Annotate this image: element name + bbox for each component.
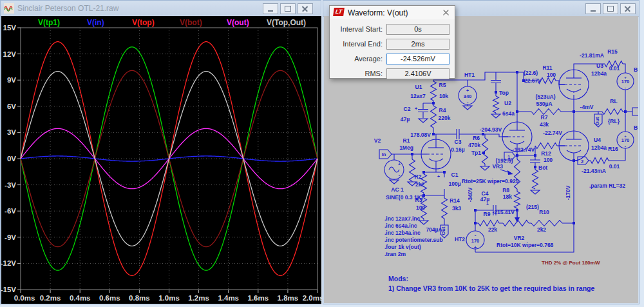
minimize-icon [268,10,273,12]
schematic-label: -21.43mA [582,168,606,174]
schematic-label: C2 [404,106,411,112]
schematic-label: 22k [488,226,497,233]
schematic-label: 1) Change VR3 from 10K to 25K to get the… [388,284,594,292]
dialog-titlebar[interactable]: LT Waveform: V(out) [330,6,455,19]
svg-text:0.0ms: 0.0ms [14,294,35,302]
waveform-window-icon [4,3,14,14]
schematic-label: In [382,152,386,157]
schematic-label: + [486,202,489,206]
junction [495,91,497,94]
junction [573,159,575,162]
schematic-label: -192.74V [513,146,535,153]
schematic-label: .tran 2m [384,251,406,257]
schematic-label: .inc 12b4a.inc [384,230,421,236]
interval-end-label: Interval End: [330,40,383,48]
svg-text:9V: 9V [7,76,16,84]
interval-start-field[interactable]: 0s [386,24,450,35]
schematic-label: 0.01 [609,163,620,170]
schematic-label: {RL} [608,118,620,124]
schematic-label: AC 1 [391,186,404,193]
window-title: Sinclair Peterson OTL-21.raw [17,4,118,13]
svg-text:1.6ms: 1.6ms [247,294,269,302]
minimize-button[interactable] [585,3,601,14]
schematic-label: U4 [594,137,601,143]
interval-end-field[interactable]: 2ms [386,39,450,50]
schematic-label: 10k [439,93,448,99]
svg-text:0.4ms: 0.4ms [70,294,91,302]
interval-start-label: Interval Start: [330,25,383,33]
rms-label: RMS: [330,70,383,77]
schematic-label: - [467,99,469,105]
junction [422,171,425,173]
close-button[interactable] [620,3,636,14]
schematic-label: B+2 [634,124,638,131]
schematic-label: 12b4a [591,144,607,151]
svg-text:12V: 12V [3,50,17,58]
schematic-label: 100 [547,72,556,78]
maximize-button[interactable] [603,3,618,14]
average-field[interactable]: -24.526mV [386,54,450,64]
svg-text:-3V: -3V [5,181,16,189]
waveform-statistics-dialog: LT Waveform: V(out) Interval Start: 0s I… [329,5,455,79]
schematic-label: R8 [502,187,509,193]
dialog-close-icon[interactable] [441,8,451,17]
schematic-label: Out [440,226,446,235]
schematic-label: R3 [415,197,422,203]
rms-field[interactable]: 2.4106V [386,68,450,79]
schematic-label: VR2 [514,235,525,241]
schematic-label: 530µA [536,101,552,107]
svg-text:0.2ms: 0.2ms [40,294,61,302]
schematic-label: Bot [538,164,547,171]
schematic-label: -21.81mA [580,52,604,59]
schematic-label: Rtot=25K wiper=0.925 [462,178,519,184]
schematic-label: 470k [468,142,480,148]
svg-text:-9V: -9V [5,233,16,241]
close-button[interactable] [298,3,313,14]
schematic-label: THD 2% @ Pout 180mW [542,260,600,266]
schematic-label: Rtot=10K wiper=0.768 [497,242,554,248]
dialog-title: Waveform: V(out) [348,8,408,17]
schematic-label: - [475,232,477,238]
legend-trace-label[interactable]: V(Top,Out) [267,18,306,27]
schematic-label: R9 [484,211,491,217]
schematic-label: -22.67V [522,77,542,84]
schematic-label: -204.93V [480,126,502,133]
legend-trace-label[interactable]: V(out) [227,18,249,27]
waveform-window-titlebar[interactable]: Sinclair Peterson OTL-21.raw [1,1,321,17]
schematic-label: 12ax7 [410,93,426,99]
junction [474,222,477,224]
schematic-label: .four 1k v(out) [384,244,421,250]
schematic-label: C1 [451,172,459,178]
schematic-label: 100 [416,204,425,211]
legend-trace-label[interactable]: V(bot) [180,18,202,27]
ltspice-logo-icon: LT [333,8,345,16]
svg-text:0.6ms: 0.6ms [99,294,120,302]
schematic-label: - [399,172,401,178]
schematic-label: -215.41V [493,209,515,215]
schematic-label: R15 [607,48,618,55]
junction [482,152,485,154]
maximize-button[interactable] [280,3,296,14]
schematic-label: -340V [467,187,473,202]
schematic-label: U3 [596,63,603,69]
schematic-label: 18k [503,193,512,200]
waveform-plot[interactable]: 15V12V9V6V3V0V-3V-6V-9V-12V-15V0.0ms0.2m… [1,16,321,304]
schematic-label: VR3 [492,163,503,170]
waveform-plot-pane[interactable]: 15V12V9V6V3V0V-3V-6V-9V-12V-15V0.0ms0.2m… [1,16,320,303]
schematic-label: 2k2 [415,181,424,188]
legend-trace-label[interactable]: V(in) [87,18,104,27]
schematic-label: R1 [403,137,410,144]
schematic-label: U1 [415,84,422,90]
waveform-viewer-window: Sinclair Peterson OTL-21.raw 15V12V9V6V3… [0,0,321,304]
schematic-label: 6s4a [502,110,515,117]
legend-trace-label[interactable]: V(top) [132,18,155,27]
schematic-label: Tp1 [471,150,481,156]
minimize-button[interactable] [263,3,278,14]
legend-trace-label[interactable]: V(tp1) [38,18,60,27]
schematic-label: Top [499,90,509,96]
schematic-label: 704µA [426,226,442,233]
schematic-label: 178.08V [410,132,431,138]
schematic-label: + [398,162,401,166]
schematic-label: V2 [374,137,381,144]
svg-text:1.4ms: 1.4ms [218,294,239,302]
